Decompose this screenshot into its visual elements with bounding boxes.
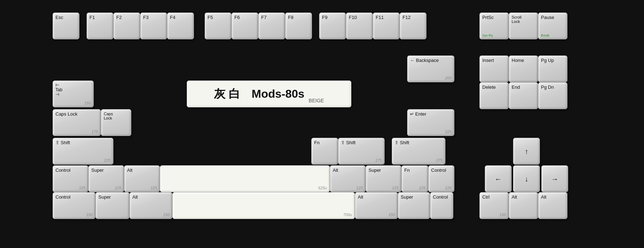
space700-size: 700u [343, 213, 352, 217]
ralt-size: 125 [356, 186, 363, 190]
down-arrow-label: ↓ [525, 175, 528, 183]
right-arrow-key[interactable]: → [541, 165, 568, 192]
rsuper2-label: Super [401, 195, 413, 200]
backspace-key[interactable]: ← Backspace 200 [407, 55, 454, 82]
fn-label: Fn [314, 140, 319, 145]
lsuper2-label: Super [98, 195, 111, 200]
rsuper-label: Super [369, 168, 381, 173]
lctrl-key[interactable]: Control 125 [53, 165, 88, 192]
esc-label: Esc [55, 15, 63, 20]
lalt2-key[interactable]: Alt 150 [130, 192, 172, 219]
ctrl-r-key[interactable]: Ctrl 150 [479, 192, 509, 219]
f7-key[interactable]: F7 [258, 13, 285, 39]
rctrl-key[interactable]: Control 125 [428, 165, 454, 192]
f6-key[interactable]: F6 [231, 13, 258, 39]
lctrl-label: Control [55, 168, 70, 173]
rfn-size: 125 [419, 186, 425, 190]
pgup-key[interactable]: Pg Up [538, 55, 567, 82]
rctrl2-key[interactable]: Control [430, 192, 453, 219]
f8-key[interactable]: F8 [285, 13, 312, 39]
ralt2-key[interactable]: Alt 150 [355, 192, 398, 219]
prtsc-key[interactable]: PrtSc Sys Rq [479, 13, 509, 39]
insert-label: Insert [482, 58, 494, 63]
insert-key[interactable]: Insert [479, 55, 509, 82]
rsuper-size: 125 [392, 186, 399, 190]
f5-label: F5 [208, 15, 213, 20]
capslock-key[interactable]: Caps Lock 175 [53, 109, 101, 136]
space625-size: 625u [318, 186, 327, 190]
lalt-label: Alt [127, 168, 132, 173]
rshift-small-label: ⇧ Shift [341, 140, 356, 145]
lsuper-key[interactable]: Super 125 [88, 165, 124, 192]
f3-key[interactable]: F3 [140, 13, 167, 39]
f9-label: F9 [322, 15, 327, 20]
banner-key: 灰 白 Mods-80s BEIGE [187, 81, 351, 107]
banner-title: 灰 白 Mods-80s [214, 86, 304, 102]
pgdn-label: Pg Dn [541, 85, 554, 90]
pgdn-key[interactable]: Pg Dn [538, 82, 567, 109]
alt-r2-key[interactable]: Alt [538, 192, 567, 219]
f1-key[interactable]: F1 [87, 13, 113, 39]
rshift-large-label: ⇧ Shift [395, 140, 409, 145]
lsuper2-key[interactable]: Super [96, 192, 130, 219]
f2-key[interactable]: F2 [113, 13, 140, 39]
lctrl2-key[interactable]: Control 150 [53, 192, 96, 219]
rsuper-key[interactable]: Super 125 [366, 165, 401, 192]
rshift-small-key[interactable]: ⇧ Shift 175 [338, 138, 385, 165]
f11-key[interactable]: F11 [373, 13, 400, 39]
alt-r1-label: Alt [512, 195, 517, 200]
f8-label: F8 [288, 15, 293, 20]
f6-label: F6 [234, 15, 240, 20]
esc-key[interactable]: Esc [53, 13, 79, 39]
lshift-size: 225 [104, 158, 111, 162]
f2-label: F2 [116, 15, 122, 20]
up-arrow-key[interactable]: ↑ [513, 138, 540, 165]
alt-r1-key[interactable]: Alt [509, 192, 538, 219]
lalt2-size: 150 [163, 213, 170, 217]
pause-green: Break [541, 34, 550, 37]
capslock-size: 175 [92, 130, 98, 134]
fn-key[interactable]: Fn [311, 138, 338, 165]
tab-key[interactable]: ⊢Tab⊣ 150 [53, 81, 94, 107]
lctrl-size: 125 [79, 186, 86, 190]
enter-size: 225 [445, 130, 452, 134]
ralt2-size: 150 [389, 213, 395, 217]
home-label: Home [512, 58, 524, 63]
f10-key[interactable]: F10 [346, 13, 373, 39]
f5-key[interactable]: F5 [205, 13, 231, 39]
home-key[interactable]: Home [509, 55, 538, 82]
space625-key[interactable]: 625u [160, 165, 330, 192]
pause-label: Pause [541, 15, 554, 20]
up-arrow-label: ↑ [525, 147, 528, 155]
prtsc-green: Sys Rq [482, 34, 493, 37]
lshift-key[interactable]: ⇧ Shift 225 [53, 138, 113, 165]
rshift-small-size: 175 [375, 158, 382, 162]
capslock2-key[interactable]: CapsLock [101, 109, 131, 136]
rshift-large-size: 275 [436, 158, 443, 162]
down-arrow-key[interactable]: ↓ [513, 165, 540, 192]
ralt-key[interactable]: Alt 125 [330, 165, 366, 192]
delete-key[interactable]: Delete [479, 82, 509, 109]
f3-label: F3 [143, 15, 148, 20]
rshift-large-key[interactable]: ⇧ Shift 275 [392, 138, 445, 165]
lalt-key[interactable]: Alt 125 [124, 165, 160, 192]
ctrl-r-label: Ctrl [482, 195, 489, 200]
rctrl-size: 125 [445, 186, 452, 190]
lalt-size: 125 [151, 186, 157, 190]
left-arrow-key[interactable]: ← [485, 165, 512, 192]
f4-key[interactable]: F4 [167, 13, 194, 39]
scrlk-key[interactable]: ScrollLock [509, 13, 538, 39]
end-key[interactable]: End [509, 82, 538, 109]
ralt-label: Alt [333, 168, 338, 173]
rsuper2-key[interactable]: Super [398, 192, 430, 219]
space700-key[interactable]: 700u [172, 192, 355, 219]
rfn-label: Fn [404, 168, 410, 173]
rfn-key[interactable]: Fn 125 [401, 165, 428, 192]
backspace-label: ← Backspace [410, 58, 439, 63]
backspace-size: 200 [445, 76, 452, 80]
enter-key[interactable]: ↵ Enter 225 [407, 109, 454, 136]
f10-label: F10 [349, 15, 357, 20]
f12-key[interactable]: F12 [400, 13, 426, 39]
pause-key[interactable]: Pause Break [538, 13, 567, 39]
f9-key[interactable]: F9 [319, 13, 346, 39]
